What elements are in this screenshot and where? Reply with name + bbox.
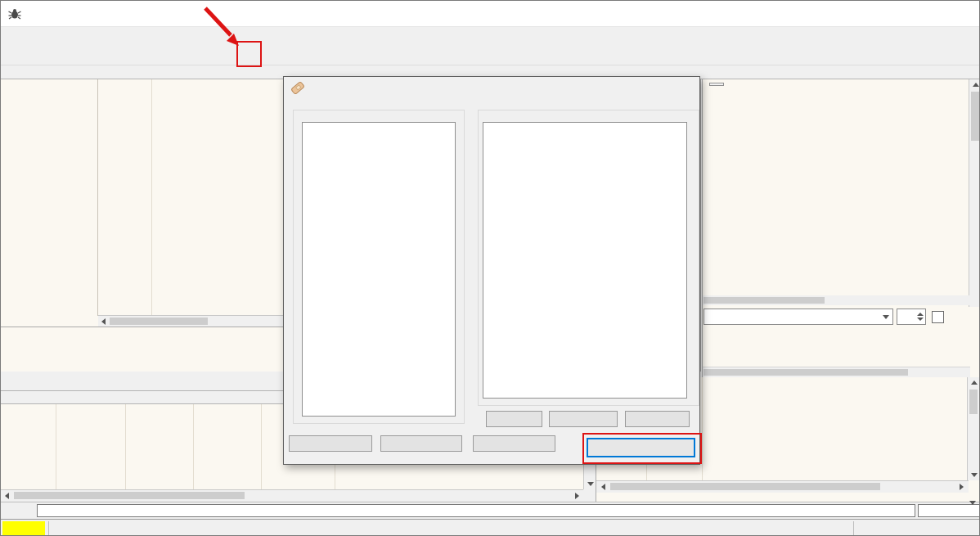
status-badge — [2, 521, 45, 535]
unlock-checkbox[interactable] — [932, 311, 944, 323]
patch-dialog-titlebar[interactable] — [284, 77, 699, 98]
registers-vscrollbar[interactable] — [969, 79, 980, 307]
command-input[interactable] — [37, 504, 915, 517]
arg-count-stepper[interactable] — [897, 309, 926, 325]
maximize-icon[interactable] — [906, 1, 942, 26]
stack-vscrollbar[interactable] — [967, 377, 979, 480]
command-profile-select[interactable] — [918, 504, 980, 517]
module-list[interactable] — [302, 122, 456, 417]
patch-icon — [290, 80, 305, 94]
calling-convention-select[interactable] — [704, 309, 893, 325]
bug-icon — [8, 8, 21, 20]
stack-hscrollbar[interactable] — [596, 480, 969, 493]
close-icon[interactable] — [942, 1, 979, 26]
minimize-icon[interactable] — [869, 1, 906, 26]
patch-file-button[interactable] — [587, 438, 695, 457]
hide-fpu-button[interactable] — [709, 83, 724, 86]
select-all-button[interactable] — [486, 411, 542, 427]
args-hscrollbar[interactable] — [703, 367, 970, 377]
import-button[interactable] — [289, 435, 372, 452]
restore-selection-button[interactable] — [625, 411, 690, 427]
status-bar — [1, 519, 979, 536]
deselect-all-button[interactable] — [549, 411, 618, 427]
dump-hscrollbar[interactable] — [1, 489, 583, 502]
menu-bar — [1, 26, 979, 45]
registers-hscrollbar[interactable] — [703, 295, 970, 305]
patch-list[interactable] — [483, 122, 687, 399]
toolbar — [1, 45, 979, 65]
patch-dialog — [283, 76, 700, 465]
registers-view[interactable] — [702, 79, 980, 377]
export-button[interactable] — [380, 435, 462, 452]
command-bar — [1, 502, 979, 519]
x32dbg-window — [0, 0, 980, 536]
title-bar — [1, 1, 979, 27]
pick-groups-button[interactable] — [473, 435, 555, 452]
